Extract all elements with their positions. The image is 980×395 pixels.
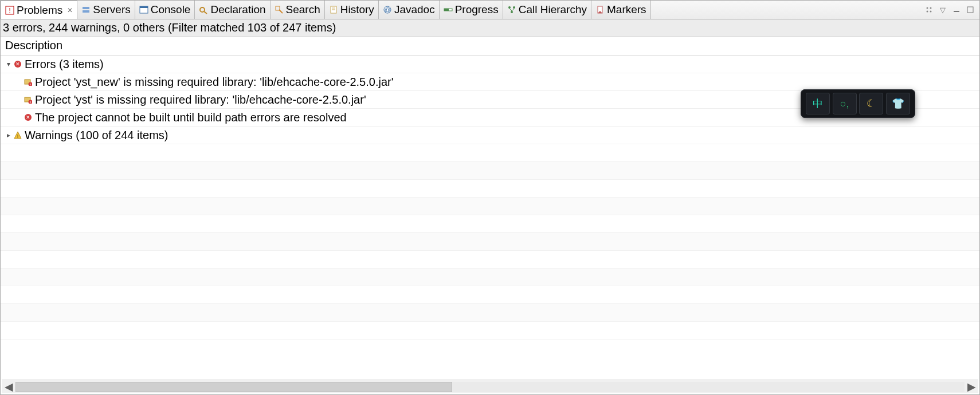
tab-markers[interactable]: Markers: [591, 1, 651, 19]
svg-point-6: [200, 7, 205, 12]
tab-label: Console: [151, 3, 191, 16]
warning-icon: !: [13, 131, 22, 140]
call-hierarchy-icon: [507, 5, 516, 14]
minimize-view-icon[interactable]: [952, 5, 961, 14]
tab-label: Search: [286, 3, 320, 16]
tab-label: History: [340, 3, 374, 16]
maximize-view-icon[interactable]: [966, 5, 975, 14]
svg-point-22: [927, 7, 928, 9]
expand-toggle-icon[interactable]: ▾: [4, 60, 13, 68]
scroll-thumb[interactable]: [15, 382, 452, 392]
scroll-left-icon[interactable]: ◀: [2, 381, 15, 393]
column-header-description[interactable]: Description: [1, 37, 979, 56]
svg-point-18: [513, 6, 515, 9]
svg-line-7: [204, 11, 207, 14]
empty-rows: [1, 144, 979, 339]
tab-label: Markers: [607, 3, 646, 16]
ime-mode-button[interactable]: 中: [806, 93, 830, 114]
svg-line-9: [279, 10, 283, 13]
tabbar-toolbar: ▽: [924, 1, 979, 19]
tree-group-errors[interactable]: ▾ ✕ Errors (3 items): [1, 56, 979, 73]
close-icon[interactable]: ✕: [67, 6, 73, 14]
error-icon: ✕: [23, 113, 33, 122]
problems-summary: 3 errors, 244 warnings, 0 others (Filter…: [1, 19, 979, 37]
tab-declaration[interactable]: Declaration: [195, 1, 270, 19]
svg-point-17: [508, 6, 511, 9]
problems-icon: !: [5, 6, 14, 15]
svg-point-19: [511, 11, 513, 13]
buildpath-error-icon: x: [23, 77, 33, 86]
svg-rect-27: [967, 7, 973, 13]
tree-group-warnings[interactable]: ▸ ! Warnings (100 of 244 items): [1, 127, 979, 144]
tab-history[interactable]: History: [325, 1, 379, 19]
markers-icon: [595, 5, 605, 14]
svg-rect-5: [140, 6, 148, 8]
view-menu-dropdown-icon[interactable]: ▽: [938, 5, 947, 14]
history-icon: [329, 5, 338, 14]
tab-label: Servers: [93, 3, 130, 16]
expand-toggle-icon[interactable]: ▸: [4, 131, 13, 139]
svg-rect-8: [276, 6, 280, 10]
tab-javadoc[interactable]: @ Javadoc: [379, 1, 440, 19]
group-label: Errors (3 items): [25, 58, 104, 71]
svg-text:!: !: [9, 7, 10, 14]
tab-call-hierarchy[interactable]: Call Hierarchy: [503, 1, 591, 19]
svg-point-23: [930, 7, 932, 9]
tab-progress[interactable]: Progress: [440, 1, 503, 19]
item-text: The project cannot be built until build …: [35, 111, 347, 124]
console-icon: [139, 5, 148, 14]
item-text: Project 'yst_new' is missing required li…: [35, 76, 394, 89]
svg-text:✕: ✕: [15, 61, 20, 67]
error-icon: ✕: [13, 60, 22, 69]
tab-label: Declaration: [210, 3, 265, 16]
svg-text:✕: ✕: [26, 114, 30, 120]
view-options-icon[interactable]: [924, 5, 934, 14]
tree-item-error[interactable]: x Project 'yst_new' is missing required …: [1, 73, 979, 91]
svg-text:@: @: [385, 7, 390, 13]
svg-rect-3: [83, 10, 89, 13]
tab-label: Javadoc: [394, 3, 435, 16]
progress-icon: [444, 5, 453, 14]
declaration-icon: [199, 5, 208, 14]
item-text: Project 'yst' is missing required librar…: [35, 93, 366, 106]
svg-point-25: [930, 11, 932, 13]
tab-servers[interactable]: Servers: [77, 1, 135, 19]
ime-moon-button[interactable]: ☾: [859, 93, 883, 114]
servers-icon: [81, 5, 91, 14]
ime-toolbar[interactable]: 中 ○, ☾ 👕: [801, 89, 915, 118]
svg-text:!: !: [17, 133, 19, 139]
svg-point-24: [927, 11, 928, 13]
scroll-right-icon[interactable]: ▶: [965, 381, 978, 393]
scroll-track[interactable]: [15, 382, 965, 392]
tab-label: Problems: [17, 4, 62, 17]
search-icon: [275, 5, 284, 14]
svg-rect-2: [83, 7, 89, 9]
group-label: Warnings (100 of 244 items): [25, 129, 168, 142]
javadoc-icon: @: [383, 5, 392, 14]
ime-punct-button[interactable]: ○,: [833, 93, 857, 114]
tab-search[interactable]: Search: [271, 1, 325, 19]
horizontal-scrollbar[interactable]: ◀ ▶: [2, 380, 978, 393]
tab-label: Call Hierarchy: [519, 3, 587, 16]
svg-rect-26: [954, 11, 959, 12]
tab-problems[interactable]: ! Problems ✕: [1, 1, 77, 19]
ime-skin-button[interactable]: 👕: [886, 93, 910, 114]
view-tabbar: ! Problems ✕ Servers Console Declaration…: [1, 1, 979, 19]
buildpath-error-icon: x: [23, 95, 33, 104]
tab-console[interactable]: Console: [135, 1, 195, 19]
tab-label: Progress: [455, 3, 499, 16]
svg-rect-16: [444, 9, 449, 11]
